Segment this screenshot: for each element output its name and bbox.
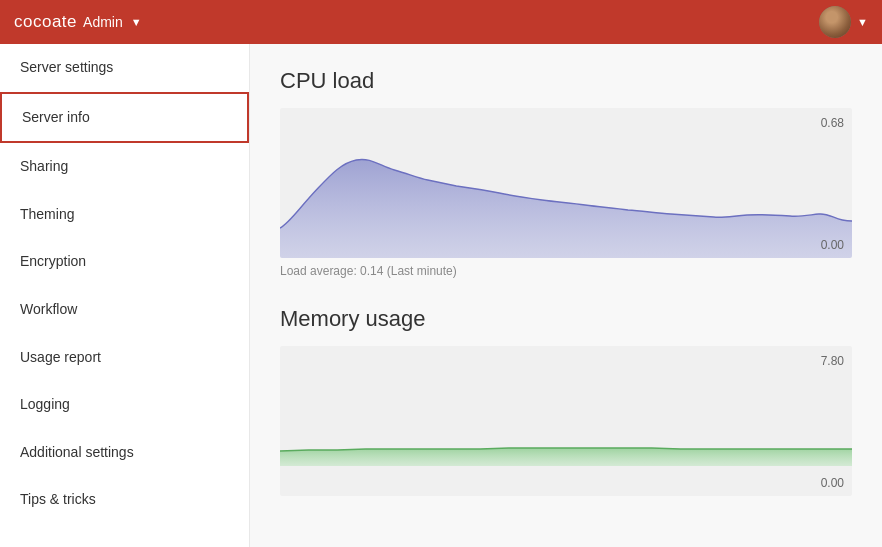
main-layout: Server settings Server info Sharing Them… <box>0 44 882 547</box>
memory-min-label: 0.00 <box>821 476 844 490</box>
sidebar-item-server-info[interactable]: Server info <box>0 92 249 144</box>
topnav-left: cocoate Admin ▼ <box>14 12 142 32</box>
topnav-right: ▼ <box>819 6 868 38</box>
sidebar-item-theming[interactable]: Theming <box>0 191 249 239</box>
cpu-title: CPU load <box>280 68 852 94</box>
cpu-chart-svg <box>280 108 852 258</box>
load-avg-text: Load average: 0.14 (Last minute) <box>280 264 852 278</box>
sidebar: Server settings Server info Sharing Them… <box>0 44 250 547</box>
avatar-image <box>819 6 851 38</box>
sidebar-item-workflow[interactable]: Workflow <box>0 286 249 334</box>
admin-label: Admin <box>83 14 123 30</box>
user-dropdown-arrow[interactable]: ▼ <box>857 16 868 28</box>
sidebar-item-server-settings[interactable]: Server settings <box>0 44 249 92</box>
sidebar-item-additional-settings[interactable]: Additional settings <box>0 429 249 477</box>
sidebar-item-sharing[interactable]: Sharing <box>0 143 249 191</box>
topnav: cocoate Admin ▼ ▼ <box>0 0 882 44</box>
memory-area-fill <box>280 448 852 466</box>
brand-name: cocoate <box>14 12 77 32</box>
sidebar-item-logging[interactable]: Logging <box>0 381 249 429</box>
memory-section: Memory usage 7.80 0.00 <box>280 306 852 496</box>
cpu-chart-container: 0.68 0.00 <box>280 108 852 258</box>
sidebar-item-tips-tricks[interactable]: Tips & tricks <box>0 476 249 524</box>
memory-title: Memory usage <box>280 306 852 332</box>
avatar[interactable] <box>819 6 851 38</box>
cpu-max-label: 0.68 <box>821 116 844 130</box>
memory-chart-svg <box>280 346 852 466</box>
admin-dropdown-arrow[interactable]: ▼ <box>131 16 142 28</box>
memory-chart-container: 7.80 0.00 <box>280 346 852 496</box>
memory-max-label: 7.80 <box>821 354 844 368</box>
sidebar-item-usage-report[interactable]: Usage report <box>0 334 249 382</box>
cpu-section: CPU load 0.68 0.00 <box>280 68 852 278</box>
cpu-min-label: 0.00 <box>821 238 844 252</box>
content-area: CPU load 0.68 0.00 <box>250 44 882 547</box>
cpu-area-fill <box>280 159 852 258</box>
sidebar-item-encryption[interactable]: Encryption <box>0 238 249 286</box>
